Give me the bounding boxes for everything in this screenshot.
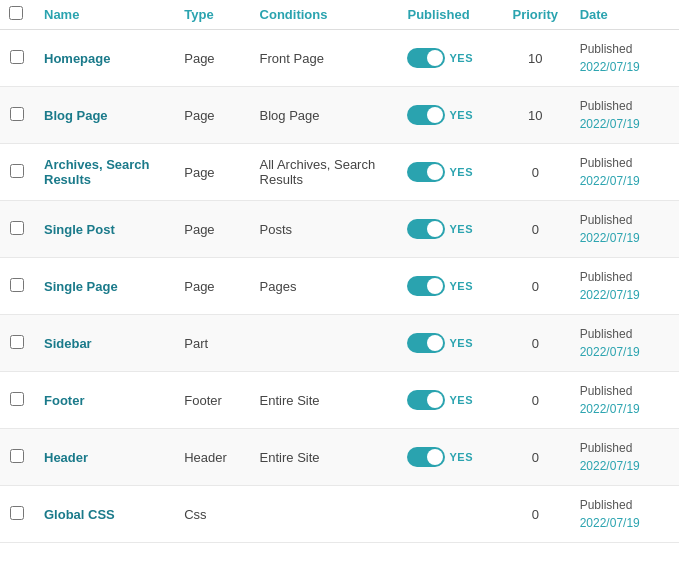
published-label: YES <box>449 52 473 64</box>
row-date-cell: Published2022/07/19 <box>570 30 679 87</box>
header-name: Name <box>34 0 174 30</box>
published-label: YES <box>449 337 473 349</box>
table-row: Single PostPagePostsYES0Published2022/07… <box>0 201 679 258</box>
published-label: YES <box>449 280 473 292</box>
row-checkbox[interactable] <box>10 164 24 178</box>
row-checkbox[interactable] <box>10 335 24 349</box>
row-conditions-cell: All Archives, Search Results <box>250 144 398 201</box>
row-name-cell: Footer <box>34 372 174 429</box>
row-name-link[interactable]: Sidebar <box>44 336 92 351</box>
row-checkbox[interactable] <box>10 449 24 463</box>
row-name-link[interactable]: Global CSS <box>44 507 115 522</box>
row-name-link[interactable]: Homepage <box>44 51 110 66</box>
table-row: Global CSSCss0Published2022/07/19 <box>0 486 679 543</box>
date-value: 2022/07/19 <box>580 286 669 304</box>
priority-value: 0 <box>532 393 539 408</box>
row-checkbox[interactable] <box>10 506 24 520</box>
row-name-link[interactable]: Single Post <box>44 222 115 237</box>
toggle-wrap: YES <box>407 276 490 296</box>
row-date-cell: Published2022/07/19 <box>570 144 679 201</box>
row-type-cell: Header <box>174 429 249 486</box>
date-status: Published <box>580 382 669 400</box>
date-value: 2022/07/19 <box>580 457 669 475</box>
row-type-cell: Css <box>174 486 249 543</box>
toggle-knob <box>427 50 443 66</box>
published-toggle[interactable] <box>407 162 445 182</box>
toggle-knob <box>427 392 443 408</box>
row-published-cell: YES <box>397 87 500 144</box>
header-date: Date <box>570 0 679 30</box>
row-date-cell: Published2022/07/19 <box>570 201 679 258</box>
date-status: Published <box>580 97 669 115</box>
row-checkbox[interactable] <box>10 278 24 292</box>
row-conditions-cell: Front Page <box>250 30 398 87</box>
date-cell: Published2022/07/19 <box>580 439 669 475</box>
row-priority-cell: 0 <box>501 258 570 315</box>
date-cell: Published2022/07/19 <box>580 40 669 76</box>
priority-value: 0 <box>532 279 539 294</box>
date-status: Published <box>580 439 669 457</box>
published-label: YES <box>449 166 473 178</box>
table-row: SidebarPartYES0Published2022/07/19 <box>0 315 679 372</box>
header-type: Type <box>174 0 249 30</box>
toggle-knob <box>427 278 443 294</box>
date-cell: Published2022/07/19 <box>580 268 669 304</box>
toggle-wrap: YES <box>407 162 490 182</box>
row-name-link[interactable]: Header <box>44 450 88 465</box>
published-toggle[interactable] <box>407 447 445 467</box>
date-status: Published <box>580 211 669 229</box>
row-priority-cell: 0 <box>501 144 570 201</box>
priority-value: 0 <box>532 222 539 237</box>
published-label: YES <box>449 451 473 463</box>
priority-value: 10 <box>528 51 542 66</box>
published-toggle[interactable] <box>407 105 445 125</box>
date-cell: Published2022/07/19 <box>580 211 669 247</box>
row-conditions-cell: Pages <box>250 258 398 315</box>
toggle-wrap: YES <box>407 48 490 68</box>
row-checkbox[interactable] <box>10 50 24 64</box>
row-date-cell: Published2022/07/19 <box>570 258 679 315</box>
row-published-cell: YES <box>397 201 500 258</box>
header-check <box>0 0 34 30</box>
date-cell: Published2022/07/19 <box>580 382 669 418</box>
row-date-cell: Published2022/07/19 <box>570 429 679 486</box>
date-cell: Published2022/07/19 <box>580 97 669 133</box>
row-checkbox-cell <box>0 486 34 543</box>
table-row: HomepagePageFront PageYES10Published2022… <box>0 30 679 87</box>
main-table-container: Name Type Conditions Published Priority … <box>0 0 679 543</box>
row-name-cell: Single Post <box>34 201 174 258</box>
published-toggle[interactable] <box>407 219 445 239</box>
row-name-link[interactable]: Footer <box>44 393 84 408</box>
row-checkbox[interactable] <box>10 107 24 121</box>
row-checkbox[interactable] <box>10 392 24 406</box>
row-checkbox-cell <box>0 258 34 315</box>
select-all-checkbox[interactable] <box>9 6 23 20</box>
row-checkbox[interactable] <box>10 221 24 235</box>
row-priority-cell: 10 <box>501 87 570 144</box>
published-toggle[interactable] <box>407 333 445 353</box>
row-priority-cell: 10 <box>501 30 570 87</box>
row-checkbox-cell <box>0 429 34 486</box>
date-status: Published <box>580 40 669 58</box>
row-name-link[interactable]: Single Page <box>44 279 118 294</box>
row-conditions-cell: Posts <box>250 201 398 258</box>
toggle-knob <box>427 335 443 351</box>
header-conditions: Conditions <box>250 0 398 30</box>
row-published-cell: YES <box>397 144 500 201</box>
table-row: Archives, Search ResultsPageAll Archives… <box>0 144 679 201</box>
row-name-cell: Header <box>34 429 174 486</box>
row-type-cell: Part <box>174 315 249 372</box>
date-value: 2022/07/19 <box>580 229 669 247</box>
published-toggle[interactable] <box>407 276 445 296</box>
row-name-link[interactable]: Archives, Search Results <box>44 157 150 187</box>
row-name-cell: Sidebar <box>34 315 174 372</box>
date-status: Published <box>580 268 669 286</box>
row-priority-cell: 0 <box>501 372 570 429</box>
row-type-cell: Page <box>174 258 249 315</box>
published-toggle[interactable] <box>407 390 445 410</box>
row-priority-cell: 0 <box>501 429 570 486</box>
row-conditions-cell: Blog Page <box>250 87 398 144</box>
row-published-cell: YES <box>397 429 500 486</box>
published-toggle[interactable] <box>407 48 445 68</box>
row-name-link[interactable]: Blog Page <box>44 108 108 123</box>
